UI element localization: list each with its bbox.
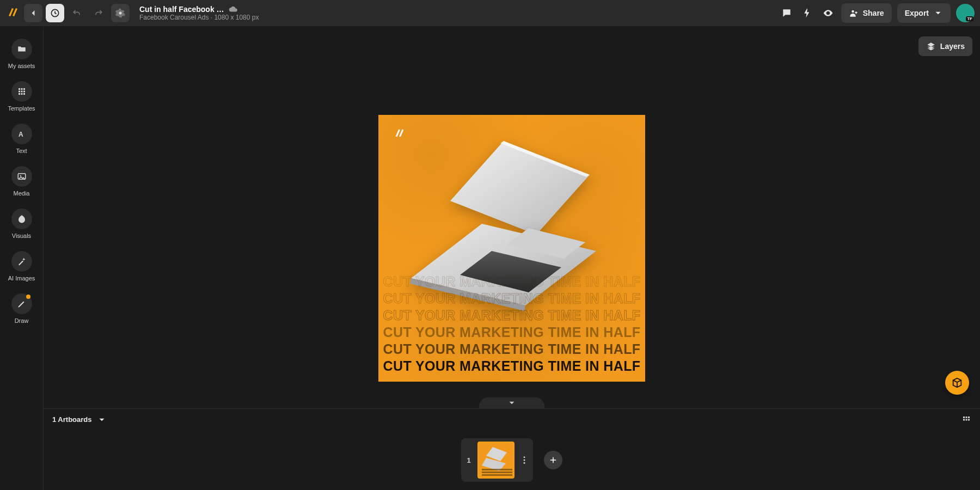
layers-button[interactable]: Layers bbox=[918, 36, 972, 56]
headline-line: CUT YOUR MARKETING TIME IN HALF bbox=[383, 324, 640, 340]
bolt-icon bbox=[802, 8, 813, 19]
dots-vertical-icon bbox=[519, 455, 529, 465]
person-plus-icon bbox=[849, 8, 859, 18]
cloud-status-icon bbox=[229, 4, 238, 14]
eye-icon bbox=[823, 8, 834, 19]
gear-icon bbox=[115, 8, 126, 19]
panel-pull-handle[interactable] bbox=[479, 397, 544, 408]
sidebar-item-draw[interactable]: Draw bbox=[3, 289, 40, 329]
layers-icon bbox=[926, 41, 936, 51]
headline-line: CUT YOUR MARKETING TIME IN HALF bbox=[383, 274, 640, 290]
chevron-down-icon[interactable] bbox=[97, 415, 107, 425]
pen-icon bbox=[17, 299, 27, 309]
headline-stack: CUT YOUR MARKETING TIME IN HALF CUT YOUR… bbox=[378, 274, 645, 374]
svg-point-7 bbox=[20, 175, 21, 176]
document-title[interactable]: Cut in half Facebook … bbox=[139, 5, 224, 14]
artboard[interactable]: CUT YOUR MARKETING TIME IN HALF CUT YOUR… bbox=[378, 115, 645, 382]
sidebar-item-visuals[interactable]: Visuals bbox=[3, 204, 40, 244]
svg-text:A: A bbox=[19, 131, 23, 138]
redo-button[interactable] bbox=[89, 4, 108, 22]
svg-point-22 bbox=[523, 456, 525, 458]
thumbnail-bar: 1 bbox=[44, 430, 980, 490]
app-logo[interactable] bbox=[5, 5, 21, 21]
comment-icon bbox=[781, 8, 792, 19]
thumbnail-more-button[interactable] bbox=[519, 455, 530, 465]
folder-icon bbox=[17, 44, 27, 54]
brand-mark-icon bbox=[394, 127, 406, 139]
sidebar-item-label: Draw bbox=[15, 317, 29, 324]
undo-button[interactable] bbox=[68, 4, 86, 22]
chevron-down-icon bbox=[507, 398, 517, 408]
history-button[interactable] bbox=[46, 4, 64, 22]
sidebar-item-label: Templates bbox=[8, 105, 35, 112]
back-button[interactable] bbox=[24, 4, 42, 22]
artboards-count[interactable]: 1 Artboards bbox=[52, 415, 91, 424]
sidebar-item-text[interactable]: A Text bbox=[3, 119, 40, 160]
artboard-thumbnail[interactable] bbox=[477, 442, 514, 479]
svg-rect-20 bbox=[482, 471, 512, 473]
clock-icon bbox=[50, 8, 60, 19]
avatar-initials: TF bbox=[966, 16, 973, 21]
sidebar-item-templates[interactable]: Templates bbox=[3, 77, 40, 117]
headline-line: CUT YOUR MARKETING TIME IN HALF bbox=[383, 308, 640, 323]
preview-button[interactable] bbox=[820, 5, 836, 21]
chevron-down-icon bbox=[933, 8, 943, 18]
export-label: Export bbox=[905, 9, 929, 17]
export-button[interactable]: Export bbox=[897, 3, 951, 23]
share-button[interactable]: Share bbox=[841, 3, 892, 23]
redo-icon bbox=[93, 8, 104, 19]
sidebar-item-label: Visuals bbox=[12, 232, 31, 239]
headline-line: CUT YOUR MARKETING TIME IN HALF bbox=[383, 291, 640, 307]
topbar: Cut in half Facebook … Facebook Carousel… bbox=[0, 0, 980, 27]
headline-line: CUT YOUR MARKETING TIME IN HALF bbox=[383, 341, 640, 357]
plus-icon bbox=[548, 455, 558, 465]
sidebar-item-label: Text bbox=[16, 148, 27, 154]
text-icon: A bbox=[17, 129, 27, 139]
thumbnail-group: 1 bbox=[461, 438, 532, 482]
undo-icon bbox=[71, 8, 82, 19]
settings-button[interactable] bbox=[111, 4, 130, 22]
thumbnail-number: 1 bbox=[464, 456, 473, 464]
grid-view-button[interactable] bbox=[961, 415, 971, 425]
chevron-left-icon bbox=[28, 8, 39, 19]
user-avatar[interactable]: TF bbox=[956, 4, 975, 22]
share-label: Share bbox=[863, 9, 884, 17]
wand-icon bbox=[17, 256, 27, 266]
sidebar-item-ai-images[interactable]: AI Images bbox=[3, 247, 40, 287]
left-sidebar: My assets Templates A Text Media Visuals… bbox=[0, 27, 44, 490]
sidebar-item-media[interactable]: Media bbox=[3, 162, 40, 202]
document-title-area: Cut in half Facebook … Facebook Carousel… bbox=[139, 4, 259, 22]
canvas-area[interactable]: Layers bbox=[44, 27, 980, 490]
grid-3x3-icon bbox=[961, 415, 971, 425]
headline-line: CUT YOUR MARKETING TIME IN HALF bbox=[383, 358, 640, 374]
document-subtitle: Facebook Carousel Ads · 1080 x 1080 px bbox=[139, 14, 259, 22]
svg-point-24 bbox=[523, 462, 525, 464]
svg-rect-21 bbox=[482, 474, 512, 476]
svg-point-4 bbox=[852, 10, 854, 13]
image-icon bbox=[17, 171, 27, 181]
svg-rect-16 bbox=[479, 443, 514, 479]
sidebar-item-label: My assets bbox=[8, 63, 35, 69]
svg-point-23 bbox=[523, 460, 525, 461]
artboards-bar: 1 Artboards bbox=[44, 408, 980, 430]
sidebar-item-my-assets[interactable]: My assets bbox=[3, 34, 40, 75]
leaf-icon bbox=[17, 214, 27, 224]
bolt-button[interactable] bbox=[800, 5, 815, 21]
sidebar-item-label: Media bbox=[14, 190, 30, 197]
grid-icon bbox=[17, 87, 27, 96]
cube-icon bbox=[951, 377, 963, 389]
help-fab[interactable] bbox=[945, 371, 969, 395]
add-artboard-button[interactable] bbox=[544, 451, 562, 469]
comments-button[interactable] bbox=[779, 5, 794, 21]
svg-rect-19 bbox=[482, 469, 512, 470]
sidebar-item-label: AI Images bbox=[8, 275, 35, 281]
layers-label: Layers bbox=[940, 42, 965, 51]
